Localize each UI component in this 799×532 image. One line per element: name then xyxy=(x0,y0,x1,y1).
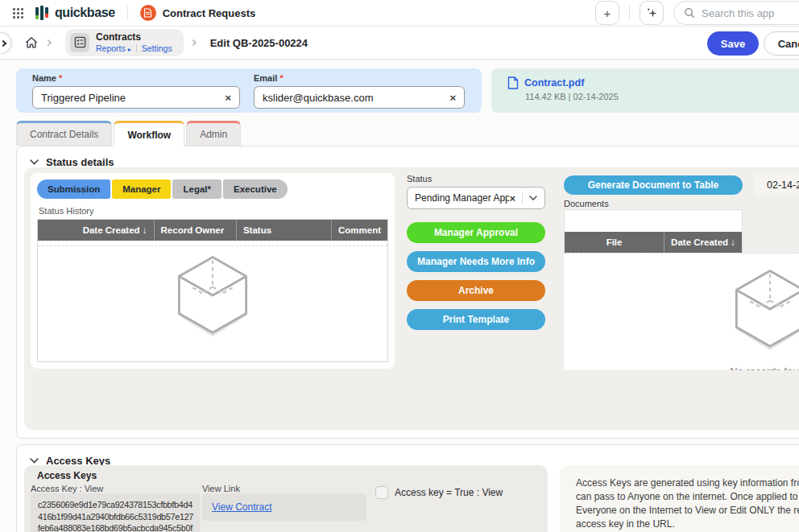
tab-workflow[interactable]: Workflow xyxy=(114,121,184,146)
column-record-owner[interactable]: Record Owner xyxy=(154,220,236,241)
email-field[interactable]: kslider@quickbase.com × xyxy=(254,86,465,109)
sparkle-icon xyxy=(645,6,658,19)
column-file[interactable]: File xyxy=(565,232,664,253)
reports-link[interactable]: Reports ▸ xyxy=(96,43,131,53)
email-label: Email * xyxy=(254,73,465,83)
access-key-line: c2356069e9d1e79ca924378153cfbbfb4d4 xyxy=(38,499,193,511)
link-divider xyxy=(136,44,137,52)
table-name: Contracts xyxy=(96,32,172,43)
select-divider xyxy=(522,192,523,204)
add-button[interactable]: + xyxy=(595,1,619,25)
record-fields-panel: Name * Triggered Pipeline × Email * ksli… xyxy=(16,68,482,113)
tab-contract-details[interactable]: Contract Details xyxy=(16,121,112,146)
column-doc-date-created[interactable]: Date Created ↓ xyxy=(664,232,742,253)
name-value: Triggered Pipeline xyxy=(41,92,126,104)
email-field-group: Email * kslider@quickbase.com × xyxy=(254,73,465,109)
attachment-link[interactable]: Contract.pdf xyxy=(524,77,584,89)
chevron-down-icon[interactable] xyxy=(529,196,537,200)
cancel-button[interactable]: Cancel xyxy=(764,31,799,56)
search-input[interactable]: Search this app xyxy=(673,1,799,25)
ai-assistant-button[interactable] xyxy=(640,1,664,25)
required-mark-2: * xyxy=(279,73,283,83)
access-key-line: feb6a488083e168bd69b5acbcda945c5b0f xyxy=(38,522,193,532)
access-key-value: c2356069e9d1e79ca924378153cfbbfb4d4 416b… xyxy=(31,493,200,532)
access-key-line: 416b1f99d41a2940bfdb66c5319db57e127 xyxy=(38,511,193,523)
access-key-checkbox[interactable] xyxy=(375,486,388,499)
attachment-row: Contract.pdf xyxy=(507,76,584,89)
documents-label: Documents xyxy=(564,199,609,208)
column-date-created[interactable]: Date Created ↓ xyxy=(38,220,154,241)
manager-needs-more-info-button[interactable]: Manager Needs More Info xyxy=(407,251,545,272)
clear-status-icon[interactable]: × xyxy=(509,193,515,204)
app-switcher-icon[interactable] xyxy=(13,8,23,19)
manager-approval-button[interactable]: Manager Approval xyxy=(407,222,545,243)
history-table-body: No records found xyxy=(38,245,387,362)
access-keys-info-panel: Access Keys are generated using key info… xyxy=(560,465,799,532)
required-mark: * xyxy=(59,73,62,83)
settings-link[interactable]: Settings xyxy=(142,43,172,53)
documents-table-header: File Date Created ↓ xyxy=(565,232,742,253)
topbar-divider-2 xyxy=(629,6,630,20)
generate-document-button[interactable]: Generate Document to Table xyxy=(564,175,743,195)
empty-state-cube-icon xyxy=(166,251,259,336)
generate-row: Generate Document to Table 02-14-2025 xyxy=(564,175,799,196)
status-details-header[interactable]: Status details xyxy=(17,146,799,168)
table-links: Reports ▸ Settings xyxy=(96,43,172,53)
empty-state-text: No records found xyxy=(564,365,799,370)
name-field-group: Name * Triggered Pipeline × xyxy=(32,73,240,109)
page-title: Edit QB-2025-00224 xyxy=(210,37,308,49)
expand-sidebar-button[interactable] xyxy=(0,32,11,54)
info-text-line: Access Keys are generated using key info… xyxy=(576,476,799,490)
info-text-line: can pass to Anyone on the internet. Once… xyxy=(576,490,799,504)
access-key-view-label: Access Key : View xyxy=(31,484,103,493)
history-table-header: Date Created ↓ Record Owner Status Comme… xyxy=(38,220,387,241)
breadcrumb-table-pill[interactable]: Contracts Reports ▸ Settings xyxy=(65,29,184,56)
access-key-checkbox-row: Access key = True : View xyxy=(375,486,503,499)
chevron-right-icon xyxy=(0,39,6,46)
archive-button[interactable]: Archive xyxy=(407,280,545,301)
email-value: kslider@quickbase.com xyxy=(263,92,373,104)
search-icon xyxy=(684,7,695,19)
quickbase-logo-icon xyxy=(35,6,49,20)
stage-manager[interactable]: Manager xyxy=(112,179,171,199)
status-select[interactable]: Pending Manager App... × xyxy=(407,187,545,209)
print-template-button[interactable]: Print Template xyxy=(407,309,545,330)
view-link-box: View Contract xyxy=(202,493,366,521)
stage-legal[interactable]: Legal* xyxy=(172,179,221,199)
section-title: Status details xyxy=(46,156,114,168)
attachment-panel: Contract.pdf 114.42 KB | 02-14-2025 xyxy=(491,68,799,113)
topbar-divider xyxy=(127,6,128,20)
status-history-panel: Submission Manager Legal* Executive Stat… xyxy=(31,173,395,369)
view-contract-link[interactable]: View Contract xyxy=(212,501,271,513)
clear-name-icon[interactable]: × xyxy=(225,93,231,103)
table-report-icon[interactable] xyxy=(70,33,89,52)
breadcrumb-separator-icon-2 xyxy=(189,39,196,46)
clear-email-icon[interactable]: × xyxy=(449,93,456,103)
access-key-checkbox-label: Access key = True : View xyxy=(395,487,503,498)
status-history-label: Status History xyxy=(39,206,388,216)
contract-doc-icon xyxy=(143,8,152,18)
status-history-table: Date Created ↓ Record Owner Status Comme… xyxy=(37,219,388,362)
quickbase-logo[interactable]: quickbase xyxy=(35,6,115,20)
stage-executive[interactable]: Executive xyxy=(223,179,288,199)
breadcrumb-separator-icon xyxy=(45,39,52,46)
view-link-label: View Link xyxy=(202,484,240,493)
empty-state-cube-icon xyxy=(723,265,799,350)
home-icon[interactable] xyxy=(24,35,39,50)
save-button[interactable]: Save xyxy=(707,31,759,56)
app-icon[interactable] xyxy=(140,5,156,21)
access-keys-header[interactable]: Access Keys xyxy=(17,445,799,467)
name-field[interactable]: Triggered Pipeline × xyxy=(32,86,240,109)
app-content: quickbase Contract Requests + xyxy=(0,0,799,532)
app-name[interactable]: Contract Requests xyxy=(163,7,256,19)
column-status[interactable]: Status xyxy=(236,220,331,241)
access-keys-group-label: Access Keys xyxy=(37,470,97,481)
column-comment[interactable]: Comment xyxy=(331,220,387,241)
brand-name: quickbase xyxy=(55,6,115,20)
tab-admin[interactable]: Admin xyxy=(186,121,241,146)
breadcrumb-table-info: Contracts Reports ▸ Settings xyxy=(96,32,172,53)
record-tabs: Contract Details Workflow Admin xyxy=(16,121,242,146)
stage-submission[interactable]: Submission xyxy=(37,179,110,199)
generate-date: 02-14-2025 xyxy=(754,175,799,196)
status-actions-column: Status Pending Manager App... × Manager … xyxy=(407,174,545,330)
